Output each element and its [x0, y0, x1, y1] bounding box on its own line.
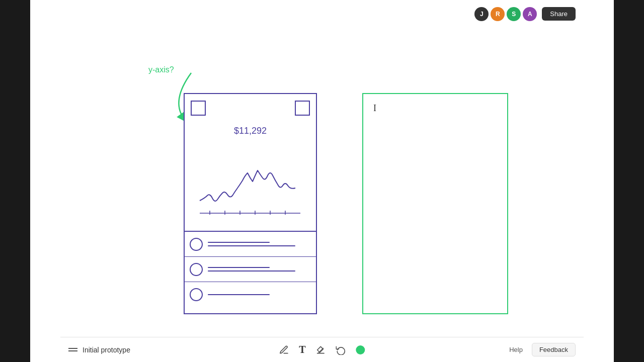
phone-header-box-right	[295, 101, 310, 116]
avatar-r: R	[491, 7, 505, 21]
text-cursor: I	[373, 103, 376, 114]
phone-chart-area	[185, 140, 316, 231]
list-item-2	[185, 257, 316, 282]
avatar-s: S	[507, 7, 521, 21]
bottom-toolbar: Initial prototype T	[60, 337, 584, 362]
left-sidebar	[0, 0, 30, 362]
list-circle-2	[190, 263, 203, 276]
share-button[interactable]: Share	[542, 7, 576, 21]
phone-header-bar	[185, 94, 316, 122]
feedback-button[interactable]: Feedback	[532, 343, 576, 356]
toolbar-left: Initial prototype	[68, 346, 130, 354]
list-circle-1	[190, 238, 203, 251]
phone-chart	[190, 145, 310, 221]
right-sidebar	[614, 0, 644, 362]
header: J R S A Share	[60, 0, 584, 28]
phone-list-area	[185, 232, 316, 307]
avatar-j: J	[474, 7, 489, 21]
canvas-content: y-axis? $11,292	[60, 28, 584, 337]
avatar-group: J R S A	[474, 7, 537, 21]
menu-icon[interactable]	[68, 348, 77, 351]
list-lines-3	[208, 294, 311, 295]
toolbar-center: T	[279, 344, 365, 355]
avatar-a: A	[523, 7, 537, 21]
doc-title: Initial prototype	[83, 346, 130, 354]
green-rectangle[interactable]: I	[362, 93, 508, 314]
pencil-tool[interactable]	[279, 345, 289, 355]
list-item-3	[185, 282, 316, 307]
phone-header-box-left	[191, 101, 206, 116]
toolbar-right: Help Feedback	[504, 343, 576, 356]
list-line-long-1	[208, 245, 295, 246]
text-tool[interactable]: T	[299, 344, 305, 355]
list-item-1	[185, 232, 316, 257]
phone-wireframe: $11,292	[184, 93, 317, 314]
list-lines-1	[208, 242, 311, 246]
list-lines-2	[208, 267, 311, 272]
help-button[interactable]: Help	[504, 344, 528, 355]
phone-amount: $11,292	[185, 122, 316, 140]
eraser-tool[interactable]	[316, 345, 326, 355]
list-line-short-1	[208, 242, 270, 243]
list-circle-3	[190, 288, 203, 301]
list-line-short-2	[208, 267, 270, 268]
list-line-short-3	[208, 294, 270, 295]
list-line-long-2	[208, 270, 295, 272]
canvas-area: J R S A Share y-axis?	[30, 0, 614, 362]
undo-tool[interactable]	[336, 345, 346, 355]
color-picker[interactable]	[356, 345, 365, 354]
